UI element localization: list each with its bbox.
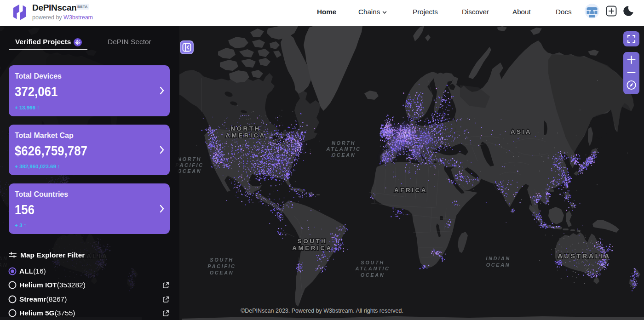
svg-text:PACIFIC: PACIFIC	[207, 263, 236, 269]
svg-text:INDIAN: INDIAN	[486, 256, 511, 261]
svg-text:AMERICA: AMERICA	[292, 245, 333, 251]
svg-text:SOUTH: SOUTH	[210, 257, 234, 263]
svg-text:AFRICA: AFRICA	[394, 187, 427, 194]
svg-text:ASIA: ASIA	[511, 128, 532, 135]
svg-text:SOUTH: SOUTH	[298, 238, 328, 245]
svg-text:OCEAN: OCEAN	[210, 270, 234, 275]
svg-text:PACIFIC: PACIFIC	[175, 162, 203, 168]
svg-text:OCEAN: OCEAN	[332, 152, 356, 158]
svg-text:NORTH: NORTH	[332, 140, 356, 146]
svg-text:OCEAN: OCEAN	[178, 168, 202, 174]
svg-text:NORTH: NORTH	[230, 125, 261, 132]
svg-text:ATLANTIC: ATLANTIC	[355, 266, 390, 271]
svg-text:SOUTH: SOUTH	[361, 260, 385, 265]
svg-text:AUSTRALIA: AUSTRALIA	[558, 252, 610, 260]
svg-text:ATLANTIC: ATLANTIC	[326, 146, 361, 152]
svg-text:OCEAN: OCEAN	[361, 272, 385, 278]
svg-text:AMERICA: AMERICA	[225, 132, 266, 139]
svg-text:OCEAN: OCEAN	[486, 262, 511, 268]
svg-text:NORTH: NORTH	[178, 156, 201, 162]
